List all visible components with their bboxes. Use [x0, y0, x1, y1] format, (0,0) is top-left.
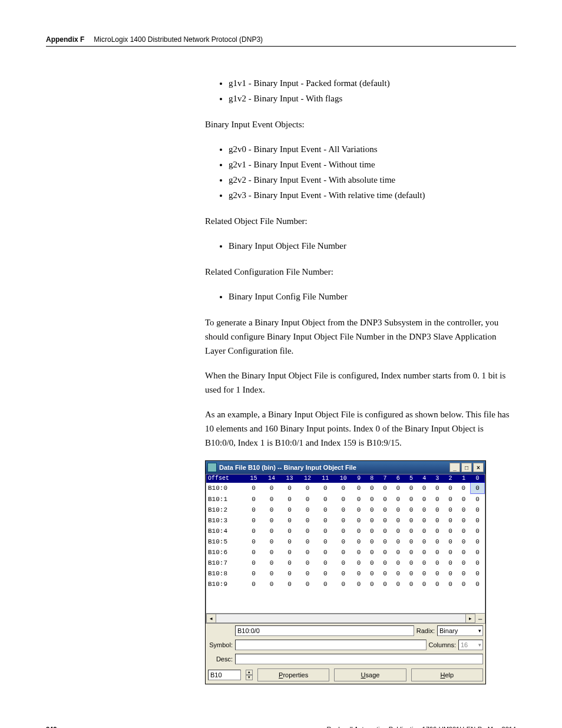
bit-cell[interactable]: 0: [280, 558, 298, 568]
file-field[interactable]: B10: [208, 670, 241, 680]
columns-dropdown[interactable]: 16: [458, 640, 483, 650]
bit-cell[interactable]: 0: [244, 494, 262, 505]
bit-cell[interactable]: 0: [335, 526, 352, 536]
bit-cell[interactable]: 0: [335, 515, 352, 526]
bit-cell[interactable]: 0: [263, 547, 280, 558]
bit-cell[interactable]: 0: [263, 536, 280, 547]
help-button[interactable]: Help: [411, 668, 483, 681]
bit-cell[interactable]: 0: [405, 536, 418, 547]
bit-cell[interactable]: 0: [352, 515, 365, 526]
table-row[interactable]: B10:30000000000000000: [206, 515, 485, 526]
bit-cell[interactable]: 0: [431, 505, 444, 515]
bit-cell[interactable]: 0: [352, 568, 365, 579]
bit-cell[interactable]: 0: [378, 568, 391, 579]
bit-cell[interactable]: 0: [418, 547, 431, 558]
bit-cell[interactable]: 0: [457, 558, 471, 568]
bit-cell[interactable]: 0: [335, 505, 352, 515]
bit-cell[interactable]: 0: [280, 536, 298, 547]
bit-cell[interactable]: 0: [244, 547, 262, 558]
table-row[interactable]: B10:10000000000000000: [206, 494, 485, 505]
bit-cell[interactable]: 0: [431, 558, 444, 568]
bit-cell[interactable]: 0: [418, 558, 431, 568]
bit-cell[interactable]: 0: [405, 568, 418, 579]
scroll-track[interactable]: [216, 614, 465, 623]
bit-cell[interactable]: 0: [365, 505, 378, 515]
table-row[interactable]: B10:40000000000000000: [206, 526, 485, 536]
bit-cell[interactable]: 0: [365, 568, 378, 579]
bit-cell[interactable]: 0: [471, 505, 485, 515]
bit-cell[interactable]: 0: [263, 579, 280, 589]
bit-cell[interactable]: 0: [352, 494, 365, 505]
bit-cell[interactable]: 0: [431, 536, 444, 547]
bit-cell[interactable]: 0: [378, 579, 391, 589]
bit-cell[interactable]: 0: [471, 568, 485, 579]
bit-cell[interactable]: 0: [316, 568, 334, 579]
bit-cell[interactable]: 0: [444, 536, 457, 547]
bit-cell[interactable]: 0: [457, 568, 471, 579]
bit-cell[interactable]: 0: [444, 515, 457, 526]
bit-cell[interactable]: 0: [444, 526, 457, 536]
table-row[interactable]: B10:80000000000000000: [206, 568, 485, 579]
scroll-left-icon[interactable]: ◂: [206, 614, 216, 623]
bit-cell[interactable]: 0: [431, 547, 444, 558]
bit-cell[interactable]: 0: [457, 526, 471, 536]
bit-cell[interactable]: 0: [299, 494, 316, 505]
bit-cell[interactable]: 0: [392, 483, 405, 494]
bit-cell[interactable]: 0: [431, 494, 444, 505]
bit-cell[interactable]: 0: [263, 494, 280, 505]
bit-cell[interactable]: 0: [431, 579, 444, 589]
table-row[interactable]: B10:50000000000000000: [206, 536, 485, 547]
bit-cell[interactable]: 0: [335, 483, 352, 494]
bit-cell[interactable]: 0: [431, 526, 444, 536]
bit-cell[interactable]: 0: [392, 547, 405, 558]
bit-cell[interactable]: 0: [299, 515, 316, 526]
bit-cell[interactable]: 0: [244, 526, 262, 536]
bit-cell[interactable]: 0: [280, 579, 298, 589]
bit-cell[interactable]: 0: [352, 536, 365, 547]
bit-cell[interactable]: 0: [471, 579, 485, 589]
bit-cell[interactable]: 0: [280, 568, 298, 579]
bit-cell[interactable]: 0: [418, 536, 431, 547]
collapse-button[interactable]: –: [475, 614, 485, 623]
bit-cell[interactable]: 0: [471, 515, 485, 526]
bit-cell[interactable]: 0: [299, 558, 316, 568]
bit-cell[interactable]: 0: [299, 536, 316, 547]
properties-button[interactable]: Properties: [257, 668, 329, 681]
bit-cell[interactable]: 0: [418, 494, 431, 505]
bit-cell[interactable]: 0: [316, 579, 334, 589]
bit-cell[interactable]: 0: [457, 579, 471, 589]
file-spinner[interactable]: ▴▾: [246, 670, 253, 680]
bit-cell[interactable]: 0: [244, 505, 262, 515]
symbol-field[interactable]: [235, 640, 427, 650]
bit-cell[interactable]: 0: [392, 494, 405, 505]
bit-cell[interactable]: 0: [316, 547, 334, 558]
bit-cell[interactable]: 0: [244, 568, 262, 579]
minimize-button[interactable]: _: [449, 463, 460, 472]
bit-cell[interactable]: 0: [352, 483, 365, 494]
bit-cell[interactable]: 0: [378, 536, 391, 547]
bit-cell[interactable]: 0: [335, 536, 352, 547]
bit-cell[interactable]: 0: [365, 536, 378, 547]
bit-cell[interactable]: 0: [352, 558, 365, 568]
bit-cell[interactable]: 0: [299, 547, 316, 558]
bit-cell[interactable]: 0: [263, 568, 280, 579]
bit-cell[interactable]: 0: [418, 568, 431, 579]
titlebar[interactable]: Data File B10 (bin) -- Binary Input Obje…: [206, 461, 485, 474]
bit-cell[interactable]: 0: [263, 526, 280, 536]
bit-cell[interactable]: 0: [392, 526, 405, 536]
bit-cell[interactable]: 0: [418, 505, 431, 515]
bit-cell[interactable]: 0: [392, 505, 405, 515]
bit-cell[interactable]: 0: [457, 494, 471, 505]
bit-cell[interactable]: 0: [392, 568, 405, 579]
bit-cell[interactable]: 0: [431, 568, 444, 579]
bit-cell[interactable]: 0: [299, 483, 316, 494]
close-button[interactable]: ×: [473, 463, 484, 472]
bit-cell[interactable]: 0: [365, 483, 378, 494]
horizontal-scrollbar[interactable]: ◂ ▸ –: [206, 613, 485, 623]
bit-cell[interactable]: 0: [378, 547, 391, 558]
bit-cell[interactable]: 0: [365, 494, 378, 505]
table-row[interactable]: B10:70000000000000000: [206, 558, 485, 568]
bit-cell[interactable]: 0: [444, 505, 457, 515]
bit-cell[interactable]: 0: [263, 505, 280, 515]
bit-cell[interactable]: 0: [378, 505, 391, 515]
